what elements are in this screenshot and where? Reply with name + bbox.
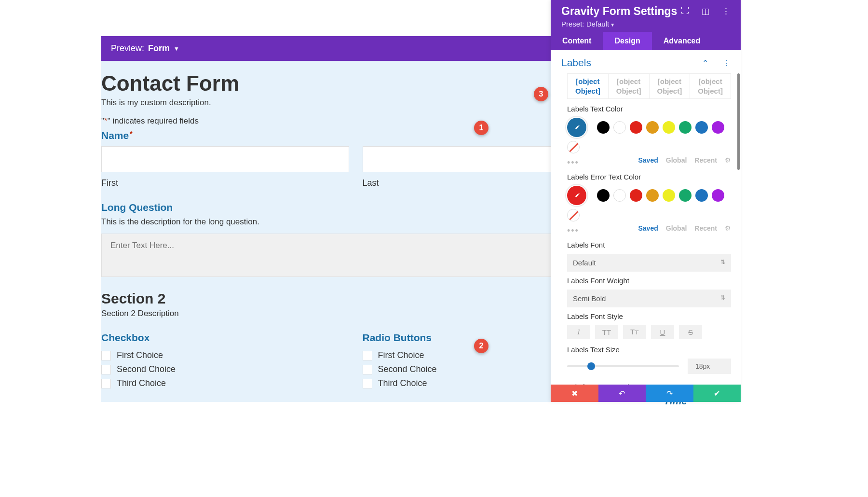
preset-selector[interactable]: Preset: Default▼: [561, 20, 730, 28]
color-tab-recent[interactable]: Recent: [694, 224, 717, 232]
tab-content[interactable]: Content: [551, 32, 603, 50]
more-icon[interactable]: •••: [567, 226, 579, 236]
form-description: This is my custom description.: [101, 98, 610, 108]
kebab-icon[interactable]: ⋮: [722, 58, 730, 68]
tab-design[interactable]: Design: [603, 32, 651, 50]
color-swatch[interactable]: [663, 189, 675, 202]
color-swatch[interactable]: [663, 121, 675, 134]
checkbox-item[interactable]: Second Choice: [101, 364, 349, 374]
dock-icon[interactable]: ◫: [702, 6, 709, 16]
checkbox-icon: [101, 351, 111, 360]
chevron-down-icon: ▼: [610, 22, 615, 28]
long-question-description: This is the description for the long que…: [101, 217, 610, 227]
redo-button[interactable]: ↷: [646, 385, 693, 402]
color-swatch[interactable]: [630, 189, 642, 202]
checkbox-icon: [101, 379, 111, 388]
more-icon[interactable]: •••: [567, 158, 579, 168]
color-swatch[interactable]: [597, 189, 610, 202]
labels-text-size-label: Labels Text Size: [567, 345, 731, 354]
panel-header: Gravity Form Settings ⛶ ◫ ⋮ Preset: Defa…: [551, 0, 741, 32]
panel-footer-buttons: ✖ ↶ ↷ ✔: [551, 385, 741, 402]
undo-button[interactable]: ↶: [598, 385, 646, 402]
settings-panel: Gravity Form Settings ⛶ ◫ ⋮ Preset: Defa…: [551, 0, 741, 402]
color-swatch[interactable]: [597, 121, 610, 134]
section-2-title: Section 2: [101, 290, 610, 307]
labels-subtab[interactable]: [object Object]: [609, 74, 650, 98]
color-tab-saved[interactable]: Saved: [638, 156, 658, 164]
color-swatch[interactable]: [679, 189, 692, 202]
color-tab-recent[interactable]: Recent: [694, 156, 717, 164]
radio-icon: [363, 365, 372, 374]
section-2-description: Section 2 Description: [101, 309, 610, 318]
first-name-sublabel: First: [101, 178, 349, 188]
italic-toggle[interactable]: I: [567, 325, 590, 339]
labels-font-weight-label: Labels Font Weight: [567, 276, 731, 285]
labels-font-select[interactable]: Default: [567, 254, 731, 272]
checkbox-item[interactable]: First Choice: [101, 350, 349, 360]
color-tab-global[interactable]: Global: [666, 156, 687, 164]
color-none-swatch[interactable]: [567, 141, 580, 153]
color-picker-button[interactable]: [567, 186, 586, 205]
labels-text-color-label: Labels Text Color: [567, 105, 731, 113]
tab-advanced[interactable]: Advanced: [652, 32, 712, 50]
save-button[interactable]: ✔: [693, 385, 741, 402]
color-swatch[interactable]: [712, 121, 724, 134]
color-swatch[interactable]: [646, 121, 659, 134]
color-swatch[interactable]: [613, 121, 626, 134]
slider-thumb[interactable]: [587, 362, 595, 370]
preview-bar[interactable]: Preview: Form ▼: [101, 36, 610, 61]
first-name-input[interactable]: [101, 146, 349, 172]
form-body: Contact Form This is my custom descripti…: [101, 61, 610, 402]
chevron-down-icon: ▼: [174, 45, 179, 52]
color-swatch[interactable]: [613, 189, 626, 202]
color-tab-global[interactable]: Global: [666, 224, 687, 232]
gear-icon[interactable]: ⚙: [725, 156, 731, 164]
uppercase-toggle[interactable]: TT: [595, 325, 618, 339]
callout-badge-3: 3: [534, 87, 548, 101]
fullscreen-icon[interactable]: ⛶: [681, 6, 689, 16]
color-swatch[interactable]: [695, 189, 708, 202]
labels-section-header[interactable]: Labels ⌃ ⋮: [551, 50, 741, 73]
panel-title: Gravity Form Settings: [561, 5, 677, 18]
color-swatch[interactable]: [695, 121, 708, 134]
checkbox-item[interactable]: Third Choice: [101, 378, 349, 388]
labels-font-label: Labels Font: [567, 241, 731, 249]
eyedropper-icon: [573, 124, 581, 131]
name-field-label: Name*: [101, 130, 610, 141]
color-picker-button[interactable]: [567, 118, 586, 137]
color-swatch[interactable]: [679, 121, 692, 134]
labels-letter-spacing-label: Labels Letter Spacing: [567, 383, 731, 385]
text-size-value[interactable]: 18px: [688, 359, 731, 374]
eyedropper-icon: [573, 192, 581, 199]
gear-icon[interactable]: ⚙: [725, 224, 731, 232]
preview-label: Preview:: [111, 43, 144, 54]
color-tab-saved[interactable]: Saved: [638, 224, 658, 232]
color-swatch[interactable]: [646, 189, 659, 202]
scrollbar[interactable]: [737, 73, 740, 170]
labels-font-weight-select[interactable]: Semi Bold: [567, 290, 731, 307]
kebab-icon[interactable]: ⋮: [722, 6, 730, 16]
labels-subtab[interactable]: [object Object]: [568, 74, 609, 98]
callout-badge-1: 1: [474, 121, 488, 135]
underline-toggle[interactable]: U: [651, 325, 674, 339]
chevron-up-icon: ⌃: [702, 58, 708, 68]
radio-icon: [363, 379, 372, 388]
labels-subtab[interactable]: [object Object]: [690, 74, 731, 98]
long-question-textarea[interactable]: [101, 234, 610, 277]
close-button[interactable]: ✖: [551, 385, 598, 402]
strikethrough-toggle[interactable]: S: [679, 325, 702, 339]
checkbox-icon: [101, 365, 111, 374]
color-none-swatch[interactable]: [567, 209, 580, 221]
required-indicator-text: "*" indicates required fields: [101, 116, 610, 126]
text-size-slider[interactable]: [567, 365, 679, 367]
color-swatch[interactable]: [630, 121, 642, 134]
smallcaps-toggle[interactable]: Tᴛ: [623, 325, 646, 339]
labels-font-style-label: Labels Font Style: [567, 312, 731, 320]
panel-tabs: Content Design Advanced: [551, 32, 741, 50]
color-swatch[interactable]: [712, 189, 724, 202]
font-style-toggle-group: I TT Tᴛ U S: [567, 325, 731, 339]
labels-error-color-label: Labels Error Text Color: [567, 173, 731, 181]
preview-value: Form: [148, 43, 170, 54]
preview-area: Preview: Form ▼ Contact Form This is my …: [101, 36, 610, 402]
labels-subtab[interactable]: [object Object]: [650, 74, 691, 98]
